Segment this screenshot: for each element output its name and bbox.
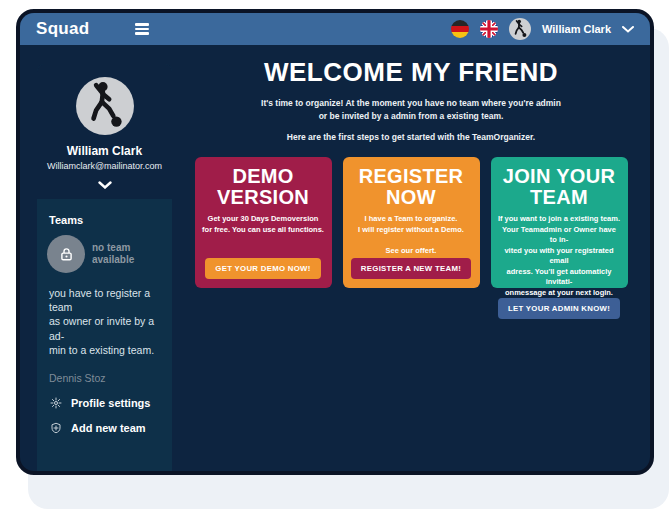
user-avatar[interactable] [509, 18, 531, 40]
card-join-your-team: JOIN YOUR TEAM If you want to join a exi… [491, 157, 628, 288]
card-title: REGISTER NOW [359, 166, 464, 208]
sidebar-user-block: William Clark Williamclark@mailinator.co… [37, 64, 172, 199]
language-german-flag-icon[interactable] [451, 20, 469, 38]
user-menu-chevron-down-icon[interactable] [622, 26, 634, 33]
let-admin-know-button[interactable]: LET YOUR ADMIN KNOW! [498, 298, 620, 319]
language-uk-flag-icon[interactable] [480, 20, 498, 38]
sidebar-note-text: you have to register a team as owner or … [37, 273, 172, 357]
app-logo: Squad [36, 19, 89, 39]
card-title: JOIN YOUR TEAM [503, 166, 615, 208]
sidebar-item-label: Profile settings [71, 397, 150, 409]
hamburger-menu-icon[interactable] [135, 23, 149, 34]
app-body: William Clark Williamclark@mailinator.co… [20, 45, 650, 471]
header-right-group: William Clark [451, 18, 634, 40]
sidebar-user-email: Williamclark@mailinator.com [39, 161, 170, 171]
card-body: Get your 30 Days Demoversion for free. Y… [202, 214, 324, 235]
sidebar: William Clark Williamclark@mailinator.co… [37, 64, 172, 471]
main-content: WELCOME MY FRIEND It's time to organize!… [172, 45, 650, 471]
header-user-name[interactable]: William Clark [542, 23, 611, 35]
steps-text: Here are the first steps to get started … [172, 132, 650, 142]
no-team-row: no team available [37, 235, 172, 273]
sidebar-user-name: William Clark [39, 144, 170, 158]
sidebar-item-add-new-team[interactable]: Add new team [37, 409, 172, 434]
card-demo-version: DEMO VERSION Get your 30 Days Demoversio… [195, 157, 332, 288]
card-title: DEMO VERSION [217, 166, 309, 208]
sidebar-item-label: Add new team [71, 422, 146, 434]
onboarding-cards: DEMO VERSION Get your 30 Days Demoversio… [172, 157, 650, 288]
register-team-button[interactable]: REGISTER A NEW TEAM! [351, 258, 471, 279]
teams-section-label: Teams [37, 199, 172, 235]
intro-text: It's time to organize! At the moment you… [172, 97, 650, 123]
card-register-now: REGISTER NOW I have a Team to organize. … [343, 157, 480, 288]
page-title: WELCOME MY FRIEND [172, 57, 650, 88]
shield-plus-icon [49, 422, 62, 434]
top-navbar: Squad [20, 13, 650, 45]
sidebar-item-profile-settings[interactable]: Profile settings [37, 384, 172, 409]
card-body: If you want to join a existing team. You… [498, 214, 621, 298]
app-window: Squad [16, 9, 654, 475]
sidebar-owner-name: Dennis Stoz [37, 357, 172, 384]
no-team-available-text: no team available [92, 242, 168, 266]
lock-icon [47, 235, 85, 273]
card-body: I have a Team to organize. I will regist… [358, 214, 464, 256]
profile-expand-chevron-down-icon[interactable] [98, 175, 112, 193]
gear-icon [49, 397, 62, 409]
get-demo-button[interactable]: GET YOUR DEMO NOW! [205, 258, 320, 279]
user-avatar-large [76, 77, 134, 135]
